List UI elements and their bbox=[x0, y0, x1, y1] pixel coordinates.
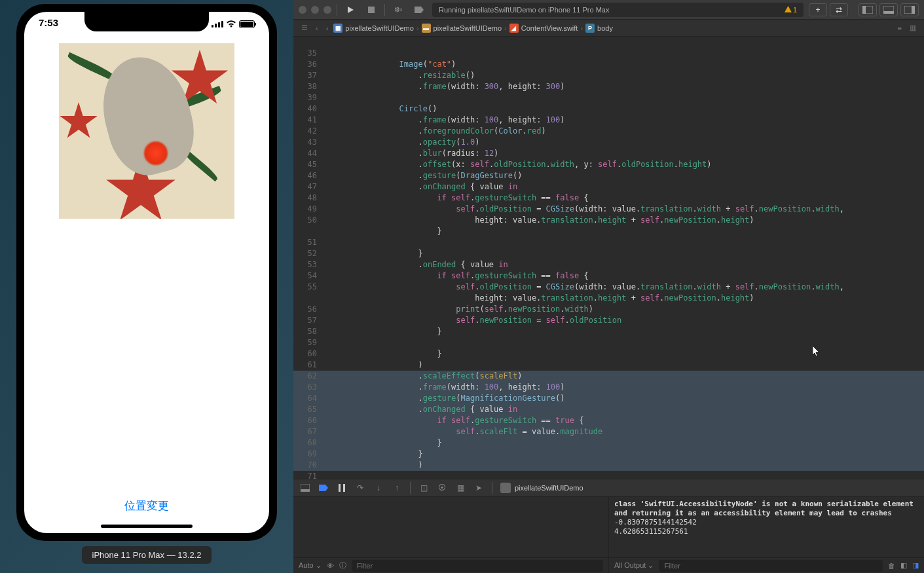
right-panel-toggle[interactable] bbox=[900, 3, 919, 16]
code-line[interactable]: 38 .frame(width: 300, height: 300) bbox=[293, 81, 924, 92]
code-line[interactable]: 56 print(self.newPosition.width) bbox=[293, 304, 924, 315]
output-selector[interactable]: All Output ⌄ bbox=[614, 561, 654, 570]
scheme-selector[interactable]: ⚙› bbox=[390, 4, 406, 16]
code-line[interactable]: 51 bbox=[293, 237, 924, 248]
code-line[interactable]: 68 } bbox=[293, 437, 924, 449]
breakpoint-toggle[interactable] bbox=[411, 4, 427, 16]
battery-icon bbox=[239, 20, 255, 28]
code-line[interactable]: 61 ) bbox=[293, 360, 924, 371]
console-output[interactable]: class 'SwiftUI.AccessibilityNode' is not… bbox=[609, 497, 924, 557]
code-line[interactable]: 40 Circle() bbox=[293, 103, 924, 115]
bottom-panel-toggle[interactable] bbox=[879, 3, 898, 16]
variables-filter-input[interactable] bbox=[352, 560, 603, 572]
activity-viewer[interactable]: Running pixellateSwiftUIDemo on iPhone 1… bbox=[432, 3, 804, 17]
auto-selector[interactable]: Auto ⌄ bbox=[299, 561, 322, 570]
related-items-icon[interactable]: ☰ bbox=[299, 24, 310, 32]
code-line[interactable]: height: value.translation.height + self.… bbox=[293, 293, 924, 304]
code-line[interactable]: 63 .frame(width: 100, height: 100) bbox=[293, 382, 924, 393]
simulator-pane: 7:53 bbox=[0, 0, 293, 573]
code-line[interactable]: 44 .blur(radius: 12) bbox=[293, 148, 924, 159]
code-line[interactable]: 53 .onEnded { value in bbox=[293, 259, 924, 270]
breakpoint-icon[interactable] bbox=[318, 483, 329, 493]
console-toolbar: All Output ⌄ 🗑 ◧ ◨ bbox=[609, 557, 924, 573]
breadcrumb-project[interactable]: ▦pixellateSwiftUIDemo bbox=[333, 24, 414, 33]
code-line[interactable]: 67 self.scaleFlt = value.magnitude bbox=[293, 426, 924, 437]
code-line[interactable]: 41 .frame(width: 100, height: 100) bbox=[293, 115, 924, 126]
breadcrumb: ☰ ‹ › ▦pixellateSwiftUIDemo › ▬pixellate… bbox=[293, 20, 924, 37]
phone-screen[interactable]: 7:53 bbox=[24, 12, 269, 533]
left-pane-toggle-icon[interactable]: ◧ bbox=[900, 561, 907, 570]
code-line[interactable]: 37 .resizable() bbox=[293, 70, 924, 81]
step-over-icon[interactable]: ↷ bbox=[355, 483, 365, 493]
nav-back[interactable]: ‹ bbox=[313, 24, 321, 32]
breadcrumb-folder[interactable]: ▬pixellateSwiftUIDemo bbox=[422, 24, 502, 33]
code-line[interactable]: 45 .offset(x: self.oldPosition.width, y:… bbox=[293, 159, 924, 170]
memory-graph-icon[interactable]: ⦿ bbox=[437, 483, 447, 493]
xcode-window: ⚙› Running pixellateSwiftUIDemo on iPhon… bbox=[293, 0, 924, 573]
simulator-device-label: iPhone 11 Pro Max — 13.2.2 bbox=[82, 546, 212, 564]
variables-toolbar: Auto ⌄ 👁 ⓘ bbox=[293, 557, 608, 573]
debug-view-icon[interactable]: ◫ bbox=[418, 483, 429, 493]
code-line[interactable]: 46 .gesture(DragGesture() bbox=[293, 170, 924, 181]
debug-target[interactable]: pixellateSwiftUIDemo bbox=[500, 483, 583, 493]
code-line[interactable]: 49 self.oldPosition = CGSize(width: valu… bbox=[293, 204, 924, 215]
svg-rect-4 bbox=[883, 11, 894, 14]
code-line[interactable]: 70 ) bbox=[293, 460, 924, 471]
location-icon[interactable]: ➤ bbox=[473, 483, 484, 493]
left-panel-toggle[interactable] bbox=[859, 3, 877, 16]
console-filter-input[interactable] bbox=[659, 560, 883, 572]
code-editor[interactable]: 35 36 Image("cat")37 .resizable()38 .fra… bbox=[293, 37, 924, 479]
code-line[interactable]: 66 if self.gestureSwitch == true { bbox=[293, 415, 924, 426]
stop-button[interactable] bbox=[363, 4, 379, 16]
code-line[interactable]: 47 .onChanged { value in bbox=[293, 181, 924, 193]
step-out-icon[interactable]: ↑ bbox=[392, 483, 402, 493]
right-pane-toggle-icon[interactable]: ◨ bbox=[912, 561, 919, 570]
position-change-button[interactable]: 位置変更 bbox=[24, 498, 269, 513]
code-line[interactable]: 57 self.newPosition = self.oldPosition bbox=[293, 315, 924, 326]
code-line[interactable]: 55 self.oldPosition = CGSize(width: valu… bbox=[293, 282, 924, 293]
warning-badge[interactable]: 1 bbox=[785, 6, 797, 14]
code-line[interactable]: 43 .opacity(1.0) bbox=[293, 137, 924, 148]
info-icon[interactable]: ⓘ bbox=[339, 561, 346, 570]
code-line[interactable]: 69 } bbox=[293, 449, 924, 460]
console-pane[interactable]: class 'SwiftUI.AccessibilityNode' is not… bbox=[609, 497, 924, 573]
code-line[interactable]: 48 if self.gestureSwitch == false { bbox=[293, 193, 924, 204]
app-icon bbox=[500, 483, 511, 493]
add-button[interactable]: + bbox=[809, 3, 827, 16]
code-line[interactable] bbox=[293, 37, 924, 48]
code-line[interactable]: 71 bbox=[293, 471, 924, 479]
home-indicator[interactable] bbox=[101, 525, 193, 528]
nav-forward[interactable]: › bbox=[323, 24, 331, 32]
code-line[interactable]: 35 bbox=[293, 48, 924, 59]
code-line[interactable]: 65 .onChanged { value in bbox=[293, 404, 924, 415]
eye-icon[interactable]: 👁 bbox=[327, 562, 334, 570]
hide-debug-icon[interactable] bbox=[300, 483, 310, 493]
pause-icon[interactable] bbox=[337, 483, 347, 493]
cat-image[interactable] bbox=[59, 43, 234, 219]
code-line[interactable]: 58 } bbox=[293, 326, 924, 337]
run-button[interactable] bbox=[342, 4, 358, 16]
library-button[interactable]: ⇄ bbox=[830, 3, 848, 16]
environment-icon[interactable]: ▦ bbox=[455, 483, 466, 493]
code-line[interactable]: 62 .scaleEffect(scaleFlt) bbox=[293, 371, 924, 382]
breadcrumb-symbol[interactable]: Pbody bbox=[585, 24, 613, 33]
breadcrumb-file[interactable]: ◢ContentView.swift bbox=[509, 24, 578, 33]
draggable-circle[interactable] bbox=[144, 141, 168, 165]
code-line[interactable]: 42 .foregroundColor(Color.red) bbox=[293, 126, 924, 137]
traffic-lights[interactable] bbox=[299, 6, 331, 14]
code-line[interactable]: 64 .gesture(MagnificationGesture() bbox=[293, 393, 924, 404]
step-into-icon[interactable]: ↓ bbox=[373, 483, 384, 493]
code-line[interactable]: 60 } bbox=[293, 348, 924, 360]
code-line[interactable]: 50 height: value.translation.height + se… bbox=[293, 215, 924, 226]
code-line[interactable]: 52 } bbox=[293, 248, 924, 259]
status-time: 7:53 bbox=[39, 17, 58, 31]
code-line[interactable]: 59 bbox=[293, 337, 924, 348]
code-line[interactable]: 54 if self.gestureSwitch == false { bbox=[293, 270, 924, 282]
trash-icon[interactable]: 🗑 bbox=[888, 562, 895, 570]
code-line[interactable]: 39 bbox=[293, 92, 924, 103]
editor-options-icon[interactable]: ≡ bbox=[895, 24, 904, 32]
adjust-editor-icon[interactable]: ▥ bbox=[907, 24, 919, 32]
variables-pane[interactable]: Auto ⌄ 👁 ⓘ bbox=[293, 497, 609, 573]
code-line[interactable]: } bbox=[293, 226, 924, 237]
code-line[interactable]: 36 Image("cat") bbox=[293, 59, 924, 70]
